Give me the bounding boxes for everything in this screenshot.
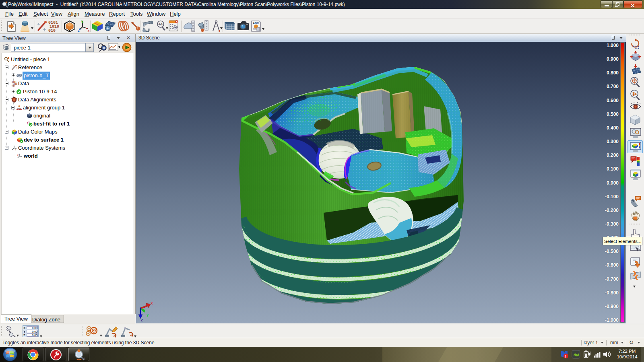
svg-text:010: 010 xyxy=(12,85,15,86)
svg-text:!: ! xyxy=(565,354,566,358)
svg-text:z: z xyxy=(17,154,19,156)
svg-text:ABC: ABC xyxy=(253,22,259,25)
svg-text:y: y xyxy=(147,313,149,317)
svg-text:X: X xyxy=(87,29,89,33)
svg-text:Y: Y xyxy=(81,20,83,24)
svg-text:010: 010 xyxy=(48,29,56,32)
svg-text:z: z xyxy=(141,318,143,322)
svg-text:x: x xyxy=(15,148,16,151)
svg-text:z: z xyxy=(78,29,80,33)
svg-text:x: x xyxy=(151,301,153,305)
